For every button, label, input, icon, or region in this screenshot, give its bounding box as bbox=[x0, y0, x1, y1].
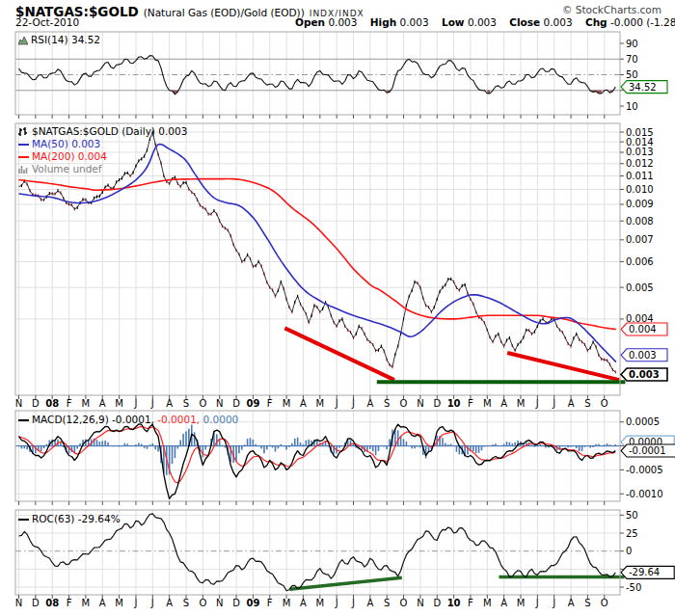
svg-text:J: J bbox=[150, 398, 154, 409]
svg-text:-0.0010: -0.0010 bbox=[626, 489, 663, 499]
svg-text:09: 09 bbox=[246, 398, 259, 409]
svg-text:D: D bbox=[32, 598, 40, 608]
svg-text:M: M bbox=[315, 598, 324, 608]
svg-text:N: N bbox=[15, 598, 22, 608]
svg-text:90: 90 bbox=[626, 39, 638, 49]
ma50-dash-icon bbox=[18, 144, 29, 146]
svg-text:M: M bbox=[115, 398, 123, 409]
roc-legend: ROC(63) -29.64% bbox=[18, 513, 121, 525]
price-bars-icon bbox=[18, 127, 29, 137]
svg-text:A: A bbox=[99, 598, 106, 608]
svg-text:O: O bbox=[400, 598, 408, 608]
svg-text:0.003: 0.003 bbox=[629, 369, 660, 380]
svg-text:A: A bbox=[99, 398, 106, 409]
svg-text:A: A bbox=[568, 598, 575, 608]
chart-date: 22-Oct-2010 bbox=[15, 16, 79, 28]
rsi-legend: RSI(14) 34.52 bbox=[18, 34, 100, 46]
copyright: © StockCharts.com bbox=[562, 4, 662, 15]
svg-text:F: F bbox=[67, 398, 72, 409]
svg-text:F: F bbox=[468, 398, 473, 409]
close-value: 0.003 bbox=[544, 16, 573, 28]
svg-text:09: 09 bbox=[246, 598, 259, 608]
svg-text:S: S bbox=[384, 398, 390, 409]
svg-text:M: M bbox=[82, 598, 91, 608]
svg-text:N: N bbox=[417, 598, 423, 608]
svg-text:0.012: 0.012 bbox=[626, 158, 654, 169]
svg-text:J: J bbox=[552, 398, 555, 409]
svg-text:-29.64: -29.64 bbox=[629, 567, 660, 577]
svg-text:0.005: 0.005 bbox=[626, 282, 654, 293]
svg-text:A: A bbox=[500, 398, 507, 409]
svg-text:50: 50 bbox=[626, 69, 638, 80]
svg-text:M: M bbox=[115, 598, 123, 608]
main-legend: $NATGAS:$GOLD (Daily) 0.003 MA(50) 0.003… bbox=[18, 125, 187, 175]
svg-text:A: A bbox=[166, 398, 173, 409]
svg-text:0.014: 0.014 bbox=[626, 137, 654, 147]
macd-legend: MACD(12,26,9) -0.0001, -0.0001, 0.0000 bbox=[18, 414, 238, 426]
macd-dash-icon bbox=[18, 419, 29, 421]
main-symbol-legend: $NATGAS:$GOLD (Daily) 0.003 bbox=[32, 125, 187, 138]
svg-text:J: J bbox=[150, 598, 154, 608]
svg-text:S: S bbox=[584, 598, 590, 608]
svg-text:M: M bbox=[315, 398, 324, 409]
svg-text:0.003: 0.003 bbox=[629, 350, 657, 361]
chart-canvas: 9070501034.520.0150.0140.0130.0120.0110.… bbox=[0, 29, 675, 616]
svg-text:0.006: 0.006 bbox=[626, 256, 654, 267]
chg-value: -0.000 (-1.28%) bbox=[610, 16, 675, 28]
svg-text:J: J bbox=[133, 398, 137, 409]
svg-text:25: 25 bbox=[626, 528, 638, 539]
svg-text:N: N bbox=[417, 398, 423, 409]
svg-text:J: J bbox=[351, 398, 355, 409]
svg-text:08: 08 bbox=[45, 398, 59, 409]
roc-dash-icon bbox=[18, 519, 29, 521]
svg-text:M: M bbox=[283, 398, 291, 409]
svg-text:S: S bbox=[183, 398, 189, 409]
svg-text:O: O bbox=[199, 398, 206, 409]
volume-legend: Volume undef bbox=[32, 163, 102, 175]
svg-text:0.0005: 0.0005 bbox=[626, 416, 660, 427]
open-value: 0.003 bbox=[328, 16, 357, 28]
svg-text:A: A bbox=[300, 398, 307, 409]
svg-text:-0.0005: -0.0005 bbox=[626, 465, 663, 475]
rsi-panel: 9070501034.52 bbox=[15, 32, 667, 119]
svg-text:A: A bbox=[500, 598, 507, 608]
svg-text:D: D bbox=[232, 398, 240, 409]
svg-text:O: O bbox=[199, 598, 206, 608]
svg-text:M: M bbox=[483, 598, 492, 608]
svg-text:0.008: 0.008 bbox=[626, 216, 654, 227]
svg-text:O: O bbox=[400, 398, 408, 409]
svg-text:50: 50 bbox=[626, 510, 638, 521]
low-value: 0.003 bbox=[468, 16, 497, 28]
svg-text:M: M bbox=[82, 398, 91, 409]
svg-text:0.007: 0.007 bbox=[626, 234, 654, 245]
svg-text:N: N bbox=[15, 398, 22, 409]
svg-text:M: M bbox=[517, 598, 526, 608]
svg-text:0.013: 0.013 bbox=[626, 147, 654, 157]
svg-text:0.010: 0.010 bbox=[626, 184, 654, 195]
ma200-legend: MA(200) 0.004 bbox=[32, 150, 107, 163]
svg-text:J: J bbox=[335, 598, 338, 608]
svg-text:A: A bbox=[366, 398, 373, 409]
svg-text:N: N bbox=[216, 598, 223, 608]
svg-text:A: A bbox=[366, 598, 373, 608]
ma50-legend: MA(50) 0.003 bbox=[32, 138, 100, 150]
svg-text:S: S bbox=[384, 598, 390, 608]
svg-text:08: 08 bbox=[45, 598, 59, 608]
stockcharts-page: { "header": { "title": "$NATGAS:$GOLD", … bbox=[0, 0, 675, 616]
svg-text:J: J bbox=[535, 598, 539, 608]
month-axis: ND08FMAMJJASOND09FMAMJJASOND10FMAMJJASO bbox=[15, 598, 608, 608]
svg-text:D: D bbox=[232, 598, 240, 608]
rsi-area-icon bbox=[18, 36, 28, 45]
svg-text:D: D bbox=[433, 398, 441, 409]
svg-text:A: A bbox=[166, 598, 173, 608]
svg-text:O: O bbox=[601, 598, 608, 608]
svg-text:-50: -50 bbox=[626, 582, 641, 593]
svg-text:0.009: 0.009 bbox=[626, 199, 654, 209]
svg-text:J: J bbox=[335, 398, 338, 409]
svg-text:34.52: 34.52 bbox=[629, 82, 657, 93]
svg-text:D: D bbox=[32, 398, 40, 409]
quote-row: 22-Oct-2010 Open 0.003 High 0.003 Low 0.… bbox=[15, 16, 660, 28]
svg-text:-0.0001: -0.0001 bbox=[629, 445, 666, 456]
month-axis: ND08FMAMJJASOND09FMAMJJASOND10FMAMJJASO bbox=[15, 398, 608, 409]
svg-text:J: J bbox=[351, 598, 355, 608]
